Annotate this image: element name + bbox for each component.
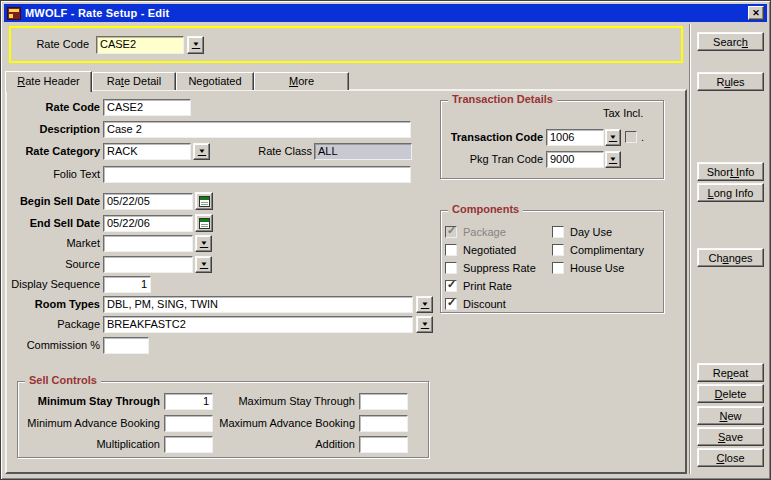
rate-category-label: Rate Category — [7, 143, 100, 160]
rate-class-label: Rate Class — [212, 143, 312, 160]
rate-class-field: ALL — [314, 143, 412, 160]
market-field[interactable] — [103, 235, 193, 252]
source-lov-button[interactable]: ▼ — [195, 256, 212, 273]
rate-category-field[interactable]: RACK — [103, 143, 191, 160]
checkbox-print-rate[interactable] — [445, 280, 457, 292]
checkbox-day-use-label: Day Use — [570, 226, 612, 240]
tab-more[interactable]: More — [254, 72, 349, 90]
dropdown-icon: ▼ — [420, 321, 428, 329]
min-adv-booking-field[interactable] — [164, 415, 213, 432]
repeat-button[interactable]: Repeat — [697, 363, 764, 382]
delete-button[interactable]: Delete — [697, 384, 764, 403]
multiplication-label: Multiplication — [7, 436, 160, 453]
checkbox-house-use-label: House Use — [570, 262, 624, 276]
pkg-tran-code-field[interactable]: 9000 — [546, 151, 604, 168]
transaction-code-field[interactable]: 1006 — [546, 129, 604, 146]
dropdown-icon: ▼ — [199, 261, 207, 269]
dropdown-icon: ▼ — [197, 148, 205, 156]
checkbox-print-rate-label: Print Rate — [463, 280, 512, 294]
display-sequence-label: Display Sequence — [7, 276, 100, 293]
lookup-rate-code-input[interactable]: CASE2 — [96, 36, 184, 54]
package-field[interactable]: BREAKFASTC2 — [103, 316, 413, 333]
transaction-code-label: Transaction Code — [443, 129, 543, 146]
app-icon — [7, 7, 21, 20]
title-bar[interactable]: MWOLF - Rate Setup - Edit ✕ — [4, 4, 767, 22]
pkg-tran-code-lov-button[interactable]: ▼ — [605, 151, 621, 168]
pkg-tran-code-label: Pkg Tran Code — [443, 151, 543, 168]
max-adv-booking-field[interactable] — [359, 415, 408, 432]
sell-controls-title: Sell Controls — [25, 374, 101, 387]
package-lov-button[interactable]: ▼ — [416, 316, 433, 333]
checkbox-complimentary[interactable] — [552, 244, 564, 256]
tab-negotiated[interactable]: Negotiated — [176, 72, 254, 90]
tab-rate-detail[interactable]: Rate Detail — [92, 72, 176, 90]
checkbox-day-use[interactable] — [552, 226, 564, 238]
checkbox-suppress-rate[interactable] — [445, 262, 457, 274]
calendar-icon — [199, 196, 210, 207]
source-field[interactable] — [103, 256, 193, 273]
market-lov-button[interactable]: ▼ — [195, 235, 212, 252]
checkbox-suppress-rate-label: Suppress Rate — [463, 262, 536, 276]
end-sell-date-calendar-button[interactable] — [195, 214, 213, 232]
checkbox-discount-label: Discount — [463, 298, 506, 312]
checkbox-discount[interactable] — [445, 298, 457, 310]
commission-field[interactable] — [103, 337, 149, 354]
tax-incl-dot: . — [641, 131, 644, 143]
rate-header-tab-page: Rate Code CASE2 Description Case 2 Rate … — [5, 89, 687, 474]
checkbox-package-label: Package — [463, 226, 506, 240]
max-stay-label: Maximum Stay Through — [207, 393, 355, 410]
dropdown-icon: ▼ — [199, 240, 207, 248]
room-types-field[interactable]: DBL, PM, SING, TWIN — [103, 296, 413, 313]
window-title: MWOLF - Rate Setup - Edit — [25, 7, 169, 19]
begin-sell-date-calendar-button[interactable] — [195, 192, 213, 210]
panel-divider — [689, 24, 691, 474]
checkbox-package — [445, 226, 457, 238]
checkbox-house-use[interactable] — [552, 262, 564, 274]
dropdown-icon: ▼ — [609, 156, 617, 164]
end-sell-date-label: End Sell Date — [7, 215, 100, 232]
room-types-lov-button[interactable]: ▼ — [416, 296, 433, 313]
changes-button[interactable]: Changes — [697, 248, 764, 267]
close-glyph: ✕ — [752, 9, 760, 18]
lookup-rate-code-lov-button[interactable]: ▼ — [187, 36, 204, 54]
begin-sell-date-field[interactable]: 05/22/05 — [103, 193, 193, 210]
rate-category-lov-button[interactable]: ▼ — [193, 143, 210, 160]
addition-field[interactable] — [359, 436, 408, 453]
long-info-button[interactable]: Long Info — [697, 183, 764, 202]
tab-rate-header[interactable]: Rate Header — [5, 71, 92, 92]
search-button[interactable]: Search — [697, 32, 764, 51]
calendar-icon — [199, 218, 210, 229]
max-stay-field[interactable] — [359, 393, 408, 410]
short-info-button[interactable]: Short Info — [697, 162, 764, 181]
rate-setup-window: MWOLF - Rate Setup - Edit ✕ Rate Code CA… — [0, 0, 771, 480]
min-stay-field[interactable]: 1 — [164, 393, 213, 410]
checkbox-negotiated-label: Negotiated — [463, 244, 516, 258]
dropdown-icon: ▼ — [609, 134, 617, 142]
description-field[interactable]: Case 2 — [103, 121, 411, 138]
checkbox-negotiated[interactable] — [445, 244, 457, 256]
package-label: Package — [7, 316, 100, 333]
addition-label: Addition — [207, 436, 355, 453]
tab-strip: Rate Header Rate Detail Negotiated More — [5, 71, 349, 90]
market-label: Market — [7, 235, 100, 252]
folio-text-field[interactable] — [103, 166, 411, 183]
components-title: Components — [448, 203, 523, 216]
tax-incl-checkbox[interactable] — [625, 131, 637, 143]
save-button[interactable]: Save — [697, 427, 764, 446]
rate-code-label: Rate Code — [7, 99, 100, 116]
tax-incl-label: Tax Incl. — [603, 107, 643, 119]
new-button[interactable]: New — [697, 406, 764, 425]
rules-button[interactable]: Rules — [697, 72, 764, 91]
max-adv-booking-label: Maximum Advance Booking — [207, 415, 355, 432]
close-icon[interactable]: ✕ — [748, 6, 764, 20]
transaction-code-lov-button[interactable]: ▼ — [605, 129, 621, 146]
checkbox-complimentary-label: Complimentary — [570, 244, 644, 258]
close-button[interactable]: Close — [697, 448, 764, 467]
rate-code-field[interactable]: CASE2 — [103, 99, 191, 116]
min-stay-label: Minimum Stay Through — [7, 393, 160, 410]
display-sequence-field[interactable]: 1 — [103, 276, 151, 293]
multiplication-field[interactable] — [164, 436, 213, 453]
min-adv-booking-label: Minimum Advance Booking — [7, 415, 160, 432]
end-sell-date-field[interactable]: 05/22/06 — [103, 215, 193, 232]
lookup-rate-code-label: Rate Code — [11, 38, 89, 50]
